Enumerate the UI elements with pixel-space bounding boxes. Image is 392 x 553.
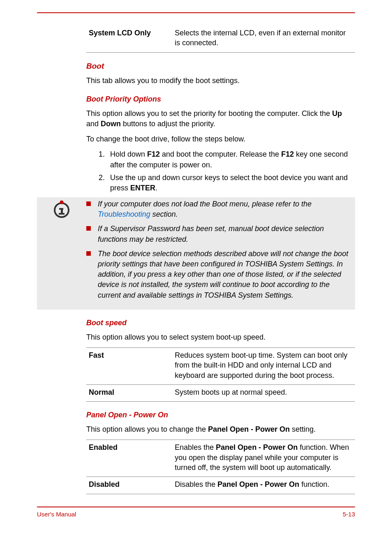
boot-heading: Boot	[86, 62, 355, 71]
panelopen-heading: Panel Open - Power On	[86, 411, 355, 419]
lcd-desc: Selects the internal LCD, even if an ext…	[172, 25, 355, 52]
bottom-rule	[37, 507, 355, 507]
down-bold: Down	[101, 120, 121, 128]
fast-label: Fast	[86, 347, 172, 384]
top-rule	[37, 12, 355, 13]
note-item: If your computer does not load the Boot …	[86, 199, 350, 220]
lcd-label: System LCD Only	[86, 25, 172, 52]
svg-rect-3	[61, 208, 63, 214]
priority-p2: To change the boot drive, follow the ste…	[86, 134, 355, 144]
text: If your computer does not load the Boot …	[98, 200, 311, 208]
text: This option allows you to change the	[86, 425, 208, 433]
bootspeed-intro: This option allows you to select system …	[86, 332, 355, 342]
footer-left: User's Manual	[37, 511, 76, 518]
text: and boot the computer. Release the	[160, 150, 281, 158]
priority-heading: Boot Priority Options	[86, 95, 355, 104]
table-row: Fast Reduces system boot-up time. System…	[86, 347, 355, 384]
panel-bold: Panel Open - Power On	[208, 425, 290, 433]
disabled-desc: Disables the Panel Open - Power On funct…	[172, 477, 355, 494]
disabled-label: Disabled	[86, 477, 172, 494]
page-container: System LCD Only Selects the internal LCD…	[0, 0, 392, 530]
text: and	[86, 120, 101, 128]
table-row: Enabled Enables the Panel Open - Power O…	[86, 440, 355, 477]
footer-right: 5-13	[343, 511, 355, 518]
fast-desc: Reduces system boot-up time. System can …	[172, 347, 355, 384]
table-row: System LCD Only Selects the internal LCD…	[86, 25, 355, 52]
panelopen-intro: This option allows you to change the Pan…	[86, 424, 355, 435]
note-icon-col	[37, 197, 86, 219]
text: section.	[150, 210, 178, 218]
lcd-table: System LCD Only Selects the internal LCD…	[86, 25, 355, 53]
up-bold: Up	[332, 109, 342, 118]
priority-steps: Hold down F12 and boot the computer. Rel…	[107, 149, 355, 193]
table-row: Disabled Disables the Panel Open - Power…	[86, 477, 355, 494]
info-icon	[52, 200, 71, 219]
main-content: System LCD Only Selects the internal LCD…	[86, 25, 355, 494]
normal-label: Normal	[86, 384, 172, 401]
bootspeed-heading: Boot speed	[86, 319, 355, 327]
svg-rect-4	[59, 213, 65, 215]
panel-bold: Panel Open - Power On	[216, 443, 297, 451]
normal-desc: System boots up at normal speed.	[172, 384, 355, 401]
note-item: If a Supervisor Password has been set, m…	[86, 224, 350, 244]
text: Enables the	[175, 443, 216, 451]
f12-bold: F12	[147, 150, 160, 158]
enabled-label: Enabled	[86, 440, 172, 477]
note-block: If your computer does not load the Boot …	[37, 197, 355, 310]
text: Disables the	[175, 480, 217, 488]
note-item: The boot device selection methods descri…	[86, 249, 350, 301]
bootspeed-table: Fast Reduces system boot-up time. System…	[86, 347, 355, 402]
text: This option allows you to set the priori…	[86, 109, 332, 118]
panel-table: Enabled Enables the Panel Open - Power O…	[86, 440, 355, 494]
troubleshooting-link[interactable]: Troubleshooting	[98, 210, 150, 218]
text: Hold down	[110, 150, 147, 158]
text: setting.	[290, 425, 316, 433]
priority-p1: This option allows you to set the priori…	[86, 109, 355, 129]
text: function.	[299, 480, 329, 488]
boot-intro: This tab allows you to modify the boot s…	[86, 76, 355, 86]
footer: User's Manual 5-13	[37, 511, 355, 518]
list-item: Hold down F12 and boot the computer. Rel…	[107, 149, 355, 170]
text: .	[155, 184, 157, 192]
list-item: Use the up and down cursor keys to selec…	[107, 173, 355, 193]
panel-bold: Panel Open - Power On	[217, 480, 299, 488]
svg-point-1	[60, 201, 64, 204]
text: buttons to adjust the priority.	[121, 120, 215, 128]
note-body: If your computer does not load the Boot …	[86, 197, 355, 305]
enabled-desc: Enables the Panel Open - Power On functi…	[172, 440, 355, 477]
table-row: Normal System boots up at normal speed.	[86, 384, 355, 401]
enter-bold: ENTER	[130, 184, 155, 192]
f12-bold: F12	[281, 150, 294, 158]
